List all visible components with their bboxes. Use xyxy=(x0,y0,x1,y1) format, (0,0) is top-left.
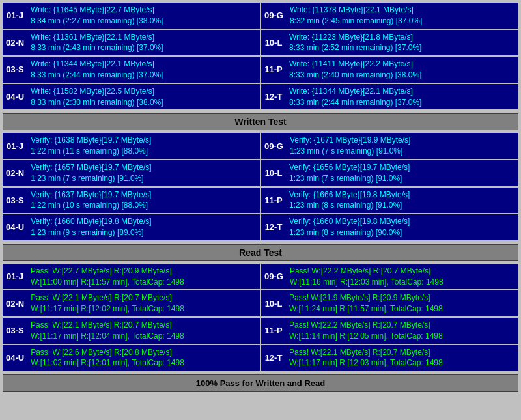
read-rows: 01-JPass! W:[22.7 MByte/s] R:[20.9 MByte… xyxy=(3,264,518,372)
row-line2: 8:33 min (2:30 min remaining) [38.0%] xyxy=(31,97,257,108)
read-test-section: 01-JPass! W:[22.7 MByte/s] R:[20.9 MByte… xyxy=(3,264,518,372)
row-id-label: 04-U xyxy=(3,214,27,240)
verify-left: 01-JVerify: {1638 MByte}[19.7 MByte/s]1:… xyxy=(3,133,260,241)
row-line2: 8:32 min (2:45 min remaining) [37.0%] xyxy=(290,16,515,27)
row-data: Verify: {1637 MByte}[19.7 MByte/s]1:22 m… xyxy=(27,188,260,214)
row-id-label: 04-U xyxy=(3,345,27,371)
row-line1: Pass! W:[22.7 MByte/s] R:[20.9 MByte/s] xyxy=(31,266,257,277)
row-line1: Verify: {1637 MByte}[19.7 MByte/s] xyxy=(31,189,257,201)
row-line2: 1:22 min (10 s remaining) [88.0%] xyxy=(31,200,257,211)
row-line1: Verify: {1657 MByte}[19.7 MByte/s] xyxy=(31,162,257,173)
row-line1: Verify: {1638 MByte}[19.7 MByte/s] xyxy=(31,135,257,146)
row-id-label: 12-T xyxy=(261,84,286,110)
row-line1: Pass! W:[22.1 MByte/s] R:[20.7 MByte/s] xyxy=(289,347,515,358)
row-id-label: 02-N xyxy=(3,160,27,186)
table-row: 11-PWrite: {11411 MByte}[22.2 MByte/s]8:… xyxy=(261,57,518,83)
row-id-label: 09-G xyxy=(261,3,287,29)
table-row: 02-NWrite: {11361 MByte}[22.1 MByte/s]8:… xyxy=(3,30,260,56)
table-row: 02-NPass! W:[22.1 MByte/s] R:[20.7 MByte… xyxy=(3,290,260,316)
row-id-label: 12-T xyxy=(261,345,286,371)
row-id-label: 10-L xyxy=(261,30,286,56)
main-container: 01-JWrite: {11645 MByte}[22.7 MByte/s]8:… xyxy=(0,0,521,395)
table-row: 12-TVerify: {1660 MByte}[19.8 MByte/s]1:… xyxy=(261,214,518,240)
written-left: 01-JWrite: {11645 MByte}[22.7 MByte/s]8:… xyxy=(3,3,260,111)
table-row: 11-PVerify: {1666 MByte}[19.8 MByte/s]1:… xyxy=(261,188,518,214)
row-data: Write: {11645 MByte}[22.7 MByte/s]8:34 m… xyxy=(27,3,260,29)
row-line1: Verify: {1660 MByte}[19.8 MByte/s] xyxy=(289,216,515,227)
row-data: Verify: {1660 MByte}[19.8 MByte/s]1:23 m… xyxy=(27,214,260,240)
table-row: 10-LWrite: {11223 MByte}[21.8 MByte/s]8:… xyxy=(261,30,518,56)
row-line2: W:[11:14 min] R:[12:05 min], TotalCap: 1… xyxy=(289,331,515,342)
row-line2: 1:23 min (9 s remaining) [89.0%] xyxy=(31,227,257,238)
row-id-label: 11-P xyxy=(261,57,286,83)
row-line2: 1:23 min (7 s remaining) [91.0%] xyxy=(290,146,515,157)
row-line2: 1:22 min (11 s remaining) [88.0%] xyxy=(31,146,257,157)
row-line2: W:[11:17 min] R:[12:03 min], TotalCap: 1… xyxy=(289,357,515,369)
written-test-header: Written Test xyxy=(3,113,518,130)
read-right: 09-GPass! W:[22.2 MByte/s] R:[20.7 MByte… xyxy=(261,264,518,372)
table-row: 04-UVerify: {1660 MByte}[19.8 MByte/s]1:… xyxy=(3,214,260,240)
row-id-label: 12-T xyxy=(261,214,286,240)
row-line1: Pass! W:[22.6 MByte/s] R:[20.8 MByte/s] xyxy=(31,347,257,358)
row-line1: Verify: {1660 MByte}[19.8 MByte/s] xyxy=(31,216,257,227)
row-line2: 8:33 min (2:43 min remaining) [37.0%] xyxy=(31,42,257,53)
row-line2: 8:33 min (2:44 min remaining) [37.0%] xyxy=(31,70,257,81)
row-line2: 8:33 min (2:44 min remaining) [37.0%] xyxy=(289,97,515,108)
read-test-header: Read Test xyxy=(3,244,518,261)
verify-right: 09-GVerify: {1671 MByte}[19.9 MByte/s]1:… xyxy=(261,133,518,241)
row-data: Write: {11344 MByte}[22.1 MByte/s]8:33 m… xyxy=(286,84,518,110)
row-id-label: 03-S xyxy=(3,188,27,214)
row-line1: Pass! W:[22.1 MByte/s] R:[20.7 MByte/s] xyxy=(31,292,257,303)
row-id-label: 11-P xyxy=(261,318,286,344)
row-data: Pass! W:[22.1 MByte/s] R:[20.7 MByte/s]W… xyxy=(286,345,518,371)
row-line1: Pass! W:[22.2 MByte/s] R:[20.7 MByte/s] xyxy=(289,320,515,331)
written-rows: 01-JWrite: {11645 MByte}[22.7 MByte/s]8:… xyxy=(3,3,518,111)
row-data: Write: {11582 MByte}[22.5 MByte/s]8:33 m… xyxy=(27,84,260,110)
row-data: Pass! W:[22.1 MByte/s] R:[20.7 MByte/s]W… xyxy=(27,290,260,316)
table-row: 03-SPass! W:[22.1 MByte/s] R:[20.7 MByte… xyxy=(3,318,260,344)
row-line1: Write: {11645 MByte}[22.7 MByte/s] xyxy=(31,5,257,16)
table-row: 03-SWrite: {11344 MByte}[22.1 MByte/s]8:… xyxy=(3,57,260,83)
row-line1: Pass! W:[22.1 MByte/s] R:[20.7 MByte/s] xyxy=(31,320,257,331)
row-data: Pass! W:[22.6 MByte/s] R:[20.8 MByte/s]W… xyxy=(27,345,260,371)
row-line2: 8:34 min (2:27 min remaining) [38.0%] xyxy=(31,16,257,27)
row-id-label: 03-S xyxy=(3,318,27,344)
row-line1: Write: {11378 MByte}[22.1 MByte/s] xyxy=(290,5,515,16)
row-line2: W:[11:17 min] R:[12:04 min], TotalCap: 1… xyxy=(31,331,257,342)
row-id-label: 01-J xyxy=(3,133,27,159)
row-data: Write: {11378 MByte}[22.1 MByte/s]8:32 m… xyxy=(287,3,518,29)
row-line1: Write: {11411 MByte}[22.2 MByte/s] xyxy=(289,59,515,70)
row-line2: W:[11:00 min] R:[11:57 min], TotalCap: 1… xyxy=(31,277,257,288)
table-row: 09-GVerify: {1671 MByte}[19.9 MByte/s]1:… xyxy=(261,133,518,159)
row-data: Pass! W:[21.9 MByte/s] R:[20.9 MByte/s]W… xyxy=(286,290,518,316)
row-data: Pass! W:[22.2 MByte/s] R:[20.7 MByte/s]W… xyxy=(286,318,518,344)
table-row: 01-JPass! W:[22.7 MByte/s] R:[20.9 MByte… xyxy=(3,264,260,290)
row-id-label: 02-N xyxy=(3,30,27,56)
table-row: 01-JVerify: {1638 MByte}[19.7 MByte/s]1:… xyxy=(3,133,260,159)
verify-section: 01-JVerify: {1638 MByte}[19.7 MByte/s]1:… xyxy=(3,133,518,241)
row-data: Pass! W:[22.2 MByte/s] R:[20.7 MByte/s]W… xyxy=(287,264,518,290)
row-data: Verify: {1638 MByte}[19.7 MByte/s]1:22 m… xyxy=(27,133,260,159)
row-line2: 1:23 min (7 s remaining) [91.0%] xyxy=(31,173,257,184)
row-data: Verify: {1657 MByte}[19.7 MByte/s]1:23 m… xyxy=(27,160,260,186)
row-line1: Verify: {1656 MByte}[19.7 MByte/s] xyxy=(289,162,515,173)
row-data: Write: {11411 MByte}[22.2 MByte/s]8:33 m… xyxy=(286,57,518,83)
row-line2: W:[11:02 min] R:[12:01 min], TotalCap: 1… xyxy=(31,357,257,369)
row-line2: 1:23 min (7 s remaining) [91.0%] xyxy=(289,173,515,184)
table-row: 01-JWrite: {11645 MByte}[22.7 MByte/s]8:… xyxy=(3,3,260,29)
written-test-section: 01-JWrite: {11645 MByte}[22.7 MByte/s]8:… xyxy=(3,3,518,111)
status-bar: 100% Pass for Written and Read xyxy=(3,374,518,392)
row-data: Verify: {1660 MByte}[19.8 MByte/s]1:23 m… xyxy=(286,214,518,240)
table-row: 03-SVerify: {1637 MByte}[19.7 MByte/s]1:… xyxy=(3,188,260,214)
row-line1: Write: {11582 MByte}[22.5 MByte/s] xyxy=(31,86,257,97)
row-data: Pass! W:[22.7 MByte/s] R:[20.9 MByte/s]W… xyxy=(27,264,260,290)
row-id-label: 10-L xyxy=(261,290,286,316)
table-row: 04-UWrite: {11582 MByte}[22.5 MByte/s]8:… xyxy=(3,84,260,110)
row-id-label: 01-J xyxy=(3,264,27,290)
row-data: Write: {11344 MByte}[22.1 MByte/s]8:33 m… xyxy=(27,57,260,83)
row-line1: Verify: {1666 MByte}[19.8 MByte/s] xyxy=(289,189,515,201)
row-line2: 8:33 min (2:52 min remaining) [37.0%] xyxy=(289,42,515,53)
row-data: Verify: {1671 MByte}[19.9 MByte/s]1:23 m… xyxy=(287,133,518,159)
table-row: 04-UPass! W:[22.6 MByte/s] R:[20.8 MByte… xyxy=(3,345,260,371)
verify-rows: 01-JVerify: {1638 MByte}[19.7 MByte/s]1:… xyxy=(3,133,518,241)
